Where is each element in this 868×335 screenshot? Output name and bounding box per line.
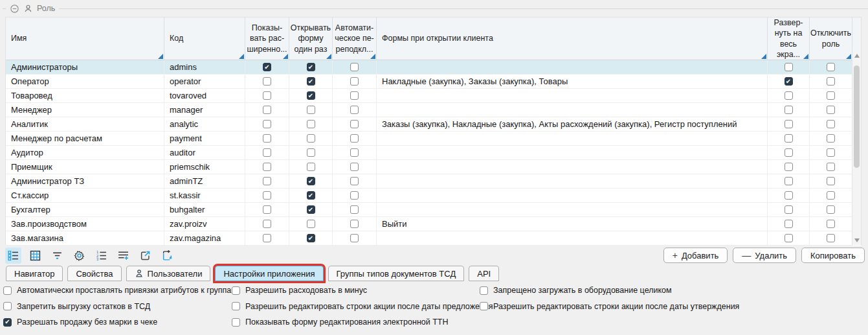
show-extended-checkbox[interactable]	[263, 91, 271, 100]
disable-role-checkbox[interactable]	[827, 91, 835, 100]
tab-группы-типов-документов-тсд[interactable]: Группы типов документов ТСД	[328, 266, 465, 281]
fullscreen-checkbox[interactable]	[785, 220, 793, 228]
open-once-checkbox[interactable]	[307, 91, 315, 100]
add-to-list-icon[interactable]	[115, 248, 131, 264]
open-once-checkbox[interactable]	[307, 106, 315, 114]
fullscreen-checkbox[interactable]	[785, 91, 793, 100]
show-extended-checkbox[interactable]	[263, 220, 271, 228]
open-once-checkbox[interactable]	[307, 63, 315, 71]
copy-button[interactable]: Копировать	[801, 248, 865, 263]
table-row[interactable]: ОператорoperatorНакладные (закупка), Зак…	[6, 75, 861, 89]
auto-reconnect-checkbox[interactable]	[350, 63, 359, 71]
show-extended-checkbox[interactable]	[263, 106, 271, 114]
fullscreen-checkbox[interactable]	[785, 63, 793, 71]
grid-view-icon[interactable]	[27, 248, 43, 264]
show-extended-checkbox[interactable]	[263, 191, 271, 200]
add-button[interactable]: +Добавить	[663, 248, 728, 263]
table-row[interactable]: Ст.кассирst.kassir	[6, 189, 861, 203]
column-header-open_once[interactable]: Открывать форму один раз	[289, 17, 333, 60]
table-row[interactable]: Менеджер по расчетамpayment	[6, 132, 861, 146]
open-once-checkbox[interactable]	[307, 77, 315, 86]
auto-reconnect-checkbox[interactable]	[350, 77, 359, 86]
column-header-code[interactable]: Код	[164, 17, 245, 60]
open-once-checkbox[interactable]	[307, 234, 315, 242]
auto-reconnect-checkbox[interactable]	[350, 205, 359, 214]
fullscreen-checkbox[interactable]	[785, 163, 793, 171]
show-extended-checkbox[interactable]	[263, 77, 271, 86]
delete-button[interactable]: —Удалить	[733, 248, 796, 263]
setting-checkbox[interactable]	[3, 286, 12, 295]
table-row[interactable]: Бухгалтерbuhgalter	[6, 203, 861, 217]
table-row[interactable]: Аудиторauditor	[6, 146, 861, 160]
open-once-checkbox[interactable]	[307, 191, 315, 200]
fullscreen-checkbox[interactable]	[785, 106, 793, 114]
table-row[interactable]: Зав.магазинаzav.magazina	[6, 231, 861, 246]
setting-checkbox[interactable]	[232, 318, 240, 327]
setting-checkbox[interactable]	[232, 286, 240, 295]
tab-настройки-приложения[interactable]: Настройки приложения	[215, 266, 323, 281]
open-external-icon[interactable]	[137, 248, 153, 264]
list-details-icon[interactable]	[5, 248, 21, 264]
disable-role-checkbox[interactable]	[827, 106, 835, 114]
tab-пользователи[interactable]: Пользователи	[126, 266, 211, 281]
setting-checkbox[interactable]	[480, 286, 488, 295]
scroll-down-arrow-icon[interactable]	[854, 238, 860, 242]
scroll-up-arrow-icon[interactable]	[854, 54, 860, 58]
setting-checkbox[interactable]	[232, 302, 240, 310]
open-once-checkbox[interactable]	[307, 177, 315, 185]
show-extended-checkbox[interactable]	[263, 234, 271, 242]
table-row[interactable]: Товароведtovaroved	[6, 89, 861, 103]
tab-api[interactable]: API	[469, 266, 499, 281]
fullscreen-checkbox[interactable]	[785, 134, 793, 143]
column-header-name[interactable]: Имя	[6, 17, 164, 60]
auto-reconnect-checkbox[interactable]	[350, 220, 359, 228]
tab-свойства[interactable]: Свойства	[67, 266, 121, 281]
disable-role-checkbox[interactable]	[827, 120, 835, 128]
open-once-checkbox[interactable]	[307, 205, 315, 214]
fullscreen-checkbox[interactable]	[785, 77, 793, 86]
disable-role-checkbox[interactable]	[827, 134, 835, 143]
disable-role-checkbox[interactable]	[827, 234, 835, 242]
show-extended-checkbox[interactable]	[263, 163, 271, 171]
fullscreen-checkbox[interactable]	[785, 234, 793, 242]
collapse-icon[interactable]	[10, 4, 19, 14]
show-extended-checkbox[interactable]	[263, 134, 271, 143]
setting-checkbox[interactable]	[480, 302, 488, 310]
auto-reconnect-checkbox[interactable]	[350, 106, 359, 114]
scrollbar-thumb[interactable]	[854, 65, 860, 168]
disable-role-checkbox[interactable]	[827, 63, 835, 71]
disable-role-checkbox[interactable]	[827, 220, 835, 228]
disable-role-checkbox[interactable]	[827, 77, 835, 86]
table-row[interactable]: Зав.производствомzav.proizvВыйти	[6, 217, 861, 231]
settings-gear-icon[interactable]	[71, 248, 87, 264]
show-extended-checkbox[interactable]	[263, 63, 271, 71]
fullscreen-checkbox[interactable]	[785, 191, 793, 200]
auto-reconnect-checkbox[interactable]	[350, 134, 359, 143]
open-once-checkbox[interactable]	[307, 134, 315, 143]
setting-checkbox[interactable]	[3, 302, 12, 310]
disable-role-checkbox[interactable]	[827, 191, 835, 200]
sync-icon[interactable]	[159, 248, 175, 264]
auto-reconnect-checkbox[interactable]	[350, 148, 359, 157]
fullscreen-checkbox[interactable]	[785, 177, 793, 185]
column-header-auto_reconnect[interactable]: Автомати- ческое пе- реподкл...	[333, 17, 377, 60]
vertical-scrollbar[interactable]	[852, 51, 861, 245]
open-once-checkbox[interactable]	[307, 220, 315, 228]
column-header-show_extended[interactable]: Показы- вать рас- ширенно...	[245, 17, 289, 60]
show-extended-checkbox[interactable]	[263, 148, 271, 157]
tab-навигатор[interactable]: Навигатор	[6, 266, 63, 281]
auto-reconnect-checkbox[interactable]	[350, 91, 359, 100]
auto-reconnect-checkbox[interactable]	[350, 120, 359, 128]
auto-reconnect-checkbox[interactable]	[350, 191, 359, 200]
numbered-list-icon[interactable]: 1 2 3	[93, 248, 109, 264]
fullscreen-checkbox[interactable]	[785, 205, 793, 214]
setting-checkbox[interactable]	[3, 318, 12, 327]
disable-role-checkbox[interactable]	[827, 148, 835, 157]
auto-reconnect-checkbox[interactable]	[350, 234, 359, 242]
show-extended-checkbox[interactable]	[263, 120, 271, 128]
fullscreen-checkbox[interactable]	[785, 120, 793, 128]
table-row[interactable]: Менеджерmanager	[6, 103, 861, 117]
auto-reconnect-checkbox[interactable]	[350, 163, 359, 171]
auto-reconnect-checkbox[interactable]	[350, 177, 359, 185]
fullscreen-checkbox[interactable]	[785, 148, 793, 157]
